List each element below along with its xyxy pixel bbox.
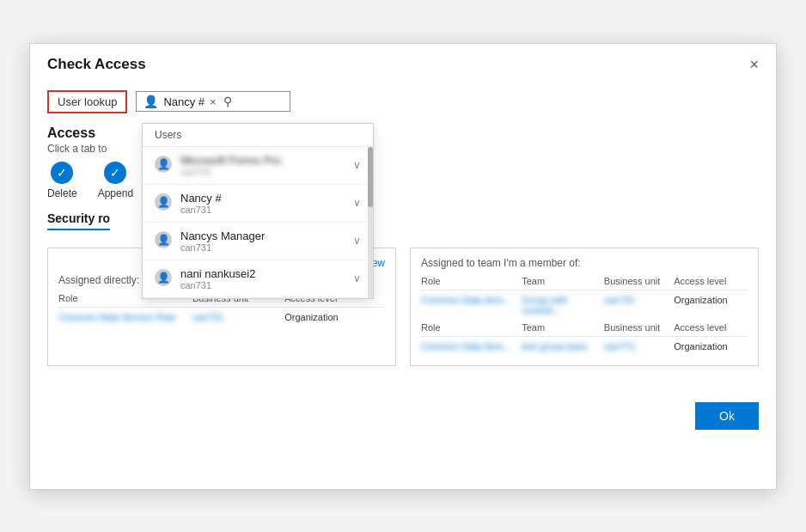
avatar: 👤 (155, 156, 172, 173)
item-sub: can731 (180, 167, 281, 177)
col-header-role: Role (421, 322, 513, 333)
close-button[interactable]: × (749, 57, 759, 72)
role-value: Common Data Service Role (58, 312, 184, 322)
permission-append: ✓ Append (98, 162, 133, 199)
permission-delete: ✓ Delete (47, 162, 77, 199)
bu-value: can731 (192, 312, 276, 322)
scrollbar[interactable] (368, 147, 373, 298)
col-header-access: Access level (674, 276, 748, 286)
access-value: Organization (284, 312, 385, 322)
check-access-dialog: Check Access × User lookup 👤 Nancy # × ⚲… (29, 43, 777, 490)
list-item[interactable]: 👤 Nancy # can731 ∨ (143, 185, 373, 223)
chevron-icon: ∨ (353, 159, 361, 171)
table-row: Common Data Item... Group with controll.… (421, 295, 748, 315)
check-icon: ✓ (51, 162, 73, 184)
item-sub: can731 (180, 242, 265, 253)
ok-btn-row: Ok (30, 392, 776, 443)
bu-value: can771 (604, 341, 665, 352)
table-row: Common Data Service Role can731 Organiza… (58, 312, 385, 322)
check-icon: ✓ (104, 162, 126, 184)
item-sub: can731 (180, 280, 255, 290)
avatar: 👤 (155, 269, 172, 286)
user-icon: 👤 (143, 95, 158, 108)
user-lookup-label: User lookup (47, 90, 127, 113)
chevron-icon: ∨ (353, 235, 361, 247)
table-header: Role Team Business unit Access level (421, 276, 748, 290)
user-lookup-row: User lookup 👤 Nancy # × ⚲ Users 👤 Micros (47, 90, 759, 113)
scrollbar-thumb (368, 147, 373, 207)
team-value: test group team (522, 341, 595, 352)
chevron-icon: ∨ (353, 197, 361, 209)
table-header-2: Role Team Business unit Access level (421, 322, 748, 337)
security-roles-tab[interactable]: Security ro (47, 211, 110, 230)
item-name: Nancy # (180, 192, 222, 205)
avatar: 👤 (155, 193, 172, 211)
item-sub: can731 (180, 205, 222, 215)
bu-value: can731 (604, 295, 665, 305)
dialog-header: Check Access × (30, 44, 776, 82)
col-header-role: Role (421, 276, 513, 286)
col-header-bu: Business unit (604, 276, 665, 286)
col-header-access: Access level (674, 322, 748, 333)
table-row: Common Data Item... test group team can7… (421, 341, 748, 352)
team-assigned-panel: Assigned to team I'm a member of: Role T… (410, 248, 759, 366)
search-icon[interactable]: ⚲ (223, 95, 232, 108)
col-header-bu: Business unit (604, 322, 665, 333)
perm-label: Delete (47, 187, 77, 199)
ok-button[interactable]: Ok (695, 402, 759, 430)
avatar: 👤 (155, 231, 172, 248)
chevron-icon: ∨ (353, 272, 361, 284)
dropdown-header: Users (143, 124, 373, 147)
item-name: nani nankusei2 (180, 267, 255, 280)
item-name: Microsoft Forms Pro (180, 154, 281, 167)
team-panel-label: Assigned to team I'm a member of: (421, 257, 748, 269)
dialog-title: Check Access (47, 56, 146, 73)
lookup-value: Nancy # (163, 95, 205, 108)
access-value: Organization (674, 341, 748, 352)
access-value: Organization (674, 295, 748, 305)
list-item[interactable]: 👤 Microsoft Forms Pro can731 ∨ (143, 147, 373, 185)
col-header-team: Team (522, 322, 595, 333)
team-value: Group with controll... (522, 295, 595, 315)
role-value: Common Data Item... (421, 295, 513, 305)
perm-label: Append (98, 187, 133, 199)
lookup-input-box[interactable]: 👤 Nancy # × ⚲ (136, 91, 290, 112)
list-item[interactable]: 👤 Nancys Manager can731 ∨ (143, 223, 373, 260)
list-item[interactable]: 👤 nani nankusei2 can731 ∨ (143, 260, 373, 298)
user-dropdown: Users 👤 Microsoft Forms Pro can731 ∨ (142, 123, 374, 299)
col-header-team: Team (522, 276, 595, 286)
dialog-body: User lookup 👤 Nancy # × ⚲ Users 👤 Micros (30, 82, 776, 383)
role-value: Common Data Item... (421, 341, 513, 352)
item-name: Nancys Manager (180, 229, 265, 242)
lookup-clear-icon[interactable]: × (210, 96, 217, 107)
